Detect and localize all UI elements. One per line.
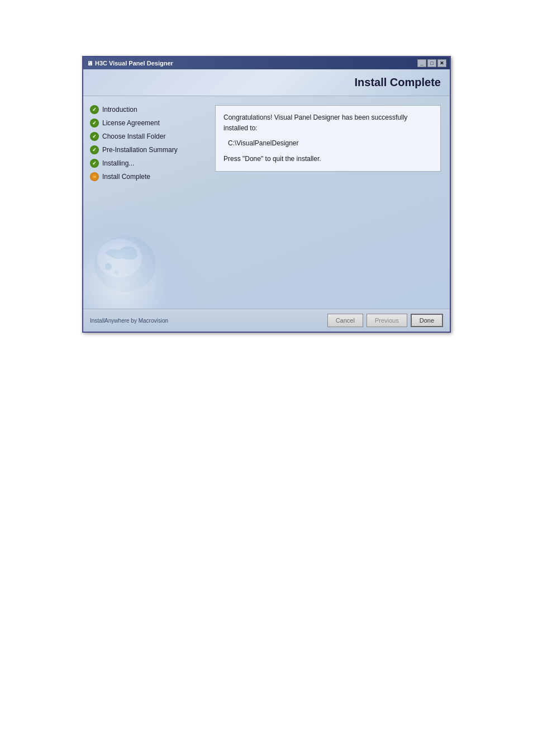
titlebar-left: 🖥 H3C Visual Panel Designer [87, 60, 173, 67]
step-choose-folder: Choose Install Folder [90, 132, 199, 141]
header-bar: Install Complete [83, 69, 450, 96]
step-folder-icon [90, 132, 99, 141]
minimize-button[interactable]: _ [417, 59, 426, 67]
cancel-button[interactable]: Cancel [327, 314, 363, 327]
footer-bar: InstallAnywhere by Macrovision Cancel Pr… [83, 309, 450, 332]
step-complete-icon [90, 172, 99, 181]
congrats-line1: Congratulations! Visual Panel Designer h… [223, 114, 407, 121]
app-icon: 🖥 [87, 60, 93, 67]
step-preinstall-icon [90, 145, 99, 154]
step-installing-icon [90, 159, 99, 168]
step-introduction-label: Introduction [102, 106, 137, 114]
step-license-agreement: License Agreement [90, 119, 199, 127]
sidebar: Introduction License Agreement Choose In… [83, 96, 206, 309]
step-installing: Installing... [90, 159, 199, 168]
content-area: Congratulations! Visual Panel Designer h… [206, 96, 450, 309]
previous-button[interactable]: Previous [367, 314, 407, 327]
svg-point-3 [115, 270, 119, 275]
svg-point-2 [105, 263, 112, 270]
footer-buttons: Cancel Previous Done [327, 314, 443, 327]
step-complete-label: Install Complete [102, 173, 150, 181]
titlebar-controls: _ □ ✕ [417, 59, 446, 67]
step-introduction: Introduction [90, 105, 199, 114]
close-button[interactable]: ✕ [437, 59, 446, 67]
globe-decoration [89, 214, 161, 292]
step-install-complete: Install Complete [90, 172, 199, 181]
titlebar: 🖥 H3C Visual Panel Designer _ □ ✕ [83, 57, 450, 69]
congrats-line2: installed to: [223, 124, 258, 132]
step-pre-install: Pre-Installation Summary [90, 145, 199, 154]
restore-button[interactable]: □ [427, 59, 436, 67]
done-message: Press "Done" to quit the installer. [223, 154, 432, 164]
step-introduction-icon [90, 105, 99, 114]
step-installing-label: Installing... [102, 159, 134, 167]
header-title: Install Complete [355, 76, 441, 88]
step-license-icon [90, 119, 99, 127]
install-path: C:\VisualPanelDesigner [223, 138, 432, 149]
window-body: Install Complete Introduction License Ag… [83, 69, 450, 332]
done-button[interactable]: Done [411, 314, 443, 327]
info-box: Congratulations! Visual Panel Designer h… [215, 105, 441, 172]
window-title: H3C Visual Panel Designer [95, 60, 173, 67]
step-preinstall-label: Pre-Installation Summary [102, 146, 178, 154]
step-license-label: License Agreement [102, 119, 160, 127]
main-content: Introduction License Agreement Choose In… [83, 96, 450, 309]
installanywhere-label: InstallAnywhere by Macrovision [90, 318, 168, 324]
step-folder-label: Choose Install Folder [102, 133, 165, 140]
main-window: 🖥 H3C Visual Panel Designer _ □ ✕ Instal… [82, 56, 451, 333]
